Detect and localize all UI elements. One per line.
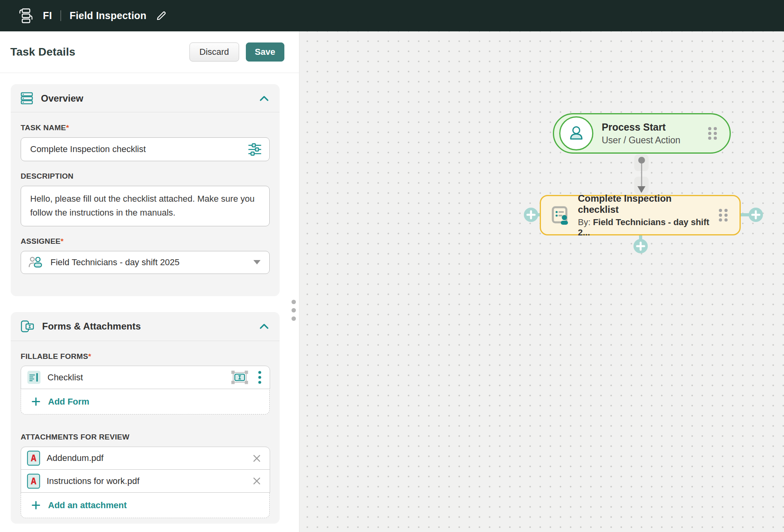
- task-name-value: Complete Inspection checklist: [30, 144, 146, 154]
- form-name: Checklist: [48, 372, 83, 383]
- add-form-button[interactable]: Add Form: [21, 389, 269, 414]
- node-assignee: Field Technicians - day shift 2...: [578, 217, 709, 237]
- remove-attachment-icon[interactable]: [252, 453, 262, 463]
- node-title: Complete Inspection checklist: [578, 193, 710, 215]
- attachment-name: Addendum.pdf: [47, 453, 104, 463]
- form-document-icon: [27, 370, 41, 384]
- connector-dot[interactable]: [638, 157, 645, 164]
- discard-button[interactable]: Discard: [189, 42, 239, 62]
- topbar-divider: [60, 10, 61, 21]
- description-value: Hello, please fill out the checklist att…: [30, 194, 255, 218]
- attachment-row[interactable]: Addendum.pdf: [21, 447, 270, 470]
- caret-down-icon: [253, 260, 261, 264]
- forms-card-header[interactable]: Forms & Attachments: [11, 312, 280, 341]
- overview-card-header[interactable]: Overview: [11, 84, 280, 112]
- pdf-file-icon: [27, 474, 40, 489]
- form-card-icon: [21, 320, 34, 333]
- main-split: Task Details Discard Save: [0, 31, 784, 532]
- chevron-up-icon[interactable]: [259, 95, 269, 102]
- fillable-forms-label: FILLABLE FORMS*: [21, 352, 270, 361]
- user-avatar-icon: [559, 116, 593, 150]
- overview-stack-icon: [21, 92, 33, 104]
- remove-attachment-icon[interactable]: [252, 476, 262, 486]
- save-button[interactable]: Save: [246, 42, 284, 62]
- panel-header: Task Details Discard Save: [0, 31, 299, 73]
- task-name-label: TASK NAME*: [21, 123, 270, 132]
- attachments-group: Addendum.pdf: [21, 447, 270, 518]
- node-subtitle: User / Guest Action: [602, 135, 680, 146]
- description-textarea[interactable]: Hello, please fill out the checklist att…: [21, 186, 270, 226]
- flow-canvas[interactable]: Process Start User / Guest Action: [299, 31, 784, 532]
- connector-arrowhead-icon: [637, 186, 645, 193]
- workflow-logo-icon[interactable]: [18, 8, 33, 24]
- forms-attachments-card: Forms & Attachments FILLABLE FORMS*: [11, 312, 280, 524]
- attachment-name: Instructions for work.pdf: [47, 476, 140, 486]
- overview-section-title: Overview: [41, 93, 83, 104]
- panel-resize-handle[interactable]: [291, 300, 296, 321]
- edit-pencil-icon[interactable]: [154, 10, 167, 22]
- attachments-label: ATTACHMENTS FOR REVIEW: [21, 433, 270, 441]
- page-title: Task Details: [10, 46, 75, 58]
- top-bar: FI Field Inspection: [0, 0, 784, 31]
- drag-handle-icon[interactable]: [718, 208, 728, 222]
- add-attachment-button[interactable]: Add an attachment: [21, 493, 269, 518]
- node-complete-inspection-checklist[interactable]: Complete Inspection checklist By: Field …: [540, 195, 741, 235]
- fillable-forms-group: Checklist: [21, 366, 270, 415]
- field-mapping-icon[interactable]: [230, 370, 249, 385]
- required-asterisk: *: [66, 123, 69, 132]
- app-initials: FI: [43, 10, 52, 21]
- assignee-value: Field Technicians - day shift 2025: [50, 257, 180, 268]
- process-title: Field Inspection: [70, 10, 147, 21]
- task-details-panel: Task Details Discard Save: [0, 31, 299, 532]
- overview-card: Overview TASK NAME* Complete Inspection …: [11, 84, 280, 296]
- task-checklist-icon: [551, 206, 570, 225]
- pdf-file-icon: [27, 451, 40, 466]
- connector-line: [641, 163, 642, 187]
- chevron-up-icon[interactable]: [259, 323, 269, 330]
- description-label: DESCRIPTION: [21, 172, 270, 181]
- plus-icon: [31, 397, 41, 406]
- plus-icon: [31, 501, 41, 510]
- forms-section-title: Forms & Attachments: [42, 321, 141, 332]
- form-row[interactable]: Checklist: [21, 366, 270, 389]
- add-step-left-button[interactable]: [524, 208, 538, 222]
- node-title: Process Start: [602, 121, 680, 133]
- assignee-label: ASSIGNEE*: [21, 237, 270, 246]
- add-step-bottom-button[interactable]: [633, 239, 648, 253]
- kebab-menu-icon[interactable]: [258, 370, 262, 384]
- node-process-start[interactable]: Process Start User / Guest Action: [553, 113, 731, 154]
- assignee-select[interactable]: Field Technicians - day shift 2025: [21, 251, 270, 274]
- required-asterisk: *: [61, 237, 64, 245]
- task-name-input[interactable]: Complete Inspection checklist: [21, 137, 270, 161]
- group-people-icon: [28, 256, 44, 268]
- node-subtitle: By: Field Technicians - day shift 2...: [578, 217, 710, 238]
- attachment-row[interactable]: Instructions for work.pdf: [21, 469, 270, 493]
- required-asterisk: *: [88, 352, 91, 360]
- add-step-right-button[interactable]: [749, 208, 763, 222]
- field-settings-sliders-icon[interactable]: [247, 143, 262, 156]
- drag-handle-icon[interactable]: [707, 126, 718, 141]
